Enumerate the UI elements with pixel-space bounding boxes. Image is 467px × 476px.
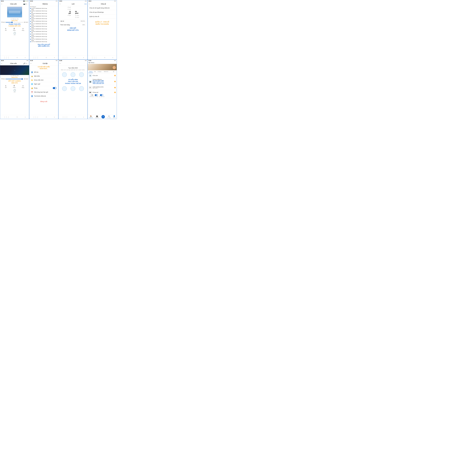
stop-button-5[interactable]: ⏸ Dừng	[13, 85, 15, 88]
close-icon-5: ∨	[22, 85, 24, 87]
settings-pattern-left: ✋ Khóa mẫu hình	[31, 79, 43, 81]
nav-menu-icon-5[interactable]: ⋮⋮⋮	[4, 116, 10, 118]
nav-menu-icon-1[interactable]: ⋮⋮⋮	[4, 56, 10, 59]
log-dot-13	[30, 39, 31, 40]
share-item-2[interactable]: Chia sẻ qua WhatsApp	[88, 10, 117, 14]
nav-menu-icon-6[interactable]: ⋮⋮⋮	[33, 116, 39, 118]
nav-home-icon-4[interactable]: ○	[104, 56, 105, 59]
settings-language[interactable]: 🌐 Ngôn ngữ ›	[29, 82, 58, 86]
screen-5-camera: 18:19 26% ← Cửa cuốn 🎤 ℹ ··· 📹 Vị trí hi…	[0, 59, 29, 119]
nav-back-icon-1[interactable]: ‹	[25, 56, 26, 59]
back-button-4[interactable]: ←	[89, 3, 90, 5]
camera-device-info: Camera eWeLink KẾT HỢP ĐIỀU KHIỂNNHIỀU T…	[92, 79, 114, 84]
vibrate-toggle-6[interactable]	[53, 87, 57, 89]
info-icon-1[interactable]: ℹ	[26, 3, 26, 5]
more-icon-1[interactable]: ···	[27, 3, 28, 5]
share-item-3[interactable]: Quản lý chia sẻ	[88, 14, 117, 19]
schedule-section-5[interactable]: 🕐 Lịch	[0, 89, 29, 93]
tab-livingroom[interactable]: Livingro...	[97, 70, 103, 73]
pattern-dot-3[interactable]	[79, 72, 84, 77]
close-icon-1: ∨	[22, 28, 24, 30]
add-icon-8[interactable]: +	[102, 115, 105, 119]
nav-messages-8[interactable]: ✉ Tin nhắn	[107, 115, 111, 118]
pattern-dot-4[interactable]	[62, 86, 67, 91]
open-button-1[interactable]: ∧ Mở	[5, 28, 6, 31]
lap-lai-row[interactable]: Lặp lại Một lần ›	[58, 20, 88, 23]
schedule-section-1[interactable]: 🕐 Lịch	[0, 32, 29, 35]
bottom-nav-6: ⋮⋮⋮ ○ ‹	[29, 115, 58, 119]
pattern-dot-5[interactable]	[71, 86, 75, 91]
tab-bedroom[interactable]: Bedroom	[103, 70, 109, 73]
person-icon-6: 👤	[31, 71, 33, 73]
hour-20: 20 giờ	[67, 7, 71, 8]
settings-account[interactable]: 👤 Tài khoản eWeLink ›	[29, 94, 58, 98]
tab-test[interactable]: Test	[93, 70, 97, 73]
close-button-1[interactable]: ∨ Đóng	[22, 28, 24, 31]
grid-icon-8[interactable]: ⊞	[113, 71, 114, 72]
nav-back-icon-4[interactable]: ‹	[112, 56, 113, 59]
pattern-dot-1[interactable]	[62, 72, 67, 77]
time-5: 18:19	[1, 60, 4, 61]
log-dot-2	[30, 11, 31, 11]
nav-home-icon-6[interactable]: ○	[46, 116, 47, 118]
camera-icon-1[interactable]: 📷	[23, 3, 25, 5]
status-icons-6: 93%	[56, 60, 57, 61]
back-button-6[interactable]: ←	[30, 63, 32, 64]
settings-password[interactable]: 🔒 Mật khẩu ›	[29, 74, 58, 78]
open-button-5[interactable]: ∧ Mở	[5, 85, 6, 88]
nav-home-icon-2[interactable]: ○	[46, 56, 47, 59]
back-button-2[interactable]: ←	[30, 3, 32, 5]
log-time-14: 21:57:16 +840983032467 đã kích hoạt	[31, 41, 47, 42]
nav-home-8[interactable]: 🏠 Trang chủ	[89, 115, 93, 118]
them-hanh-dong-row[interactable]: Thêm hành động 36% ›	[58, 24, 88, 26]
messages-icon-8: ✉	[108, 115, 110, 117]
den-phong-toggle[interactable]	[90, 94, 93, 96]
info-icon-5[interactable]: ℹ	[26, 63, 26, 64]
nav-home-icon-7[interactable]: ○	[75, 116, 76, 118]
device-card-cuacuon: 🗂 Cửa cuốn 📶	[88, 73, 117, 78]
nav-back-icon-6[interactable]: ‹	[54, 116, 55, 118]
nav-home-icon-3[interactable]: ○	[75, 56, 76, 59]
tab-all[interactable]: Tất cả	[89, 70, 93, 73]
clock-icon-5: 🕐	[13, 89, 16, 92]
sac-toggle[interactable]	[100, 94, 103, 96]
slider-1[interactable]	[6, 22, 24, 23]
settings-rename[interactable]: 👤 Đổi tên ›	[29, 70, 58, 74]
pattern-dot-2[interactable]	[71, 72, 75, 77]
nav-scene-8[interactable]: 🎬 Ngữ cảnh	[95, 115, 99, 118]
settings-vibrate[interactable]: 🔔 Rung	[29, 86, 58, 90]
nav-profile-8[interactable]: 👤 Hồ sơ	[113, 115, 115, 118]
back-button-3[interactable]: ←	[59, 3, 61, 5]
close-button-5[interactable]: ∨ Đóng	[22, 85, 24, 88]
more-dots-8[interactable]: ···	[115, 71, 116, 72]
settings-batch-timer[interactable]: ⏰ Sửa hàng loạt Hẹn giờ ›	[29, 90, 58, 94]
more-icon-5[interactable]: ···	[27, 63, 28, 64]
nav-home-icon-5[interactable]: ○	[17, 116, 18, 118]
stop-button-1[interactable]: ⏸ Dừng	[13, 28, 15, 31]
settings-pattern[interactable]: ✋ Khóa mẫu hình ›	[29, 78, 58, 82]
nav-home-icon-1[interactable]: ○	[17, 56, 18, 59]
den-ngu-toggle[interactable]	[95, 94, 98, 96]
logout-button-6[interactable]: Đăng xuất	[29, 99, 58, 104]
content-1: Vị trí hiện tại: 36% Đang xử lý TẮT tất …	[0, 6, 29, 55]
time-picker-3[interactable]: 20 giờ 21 giờ 22 giờ 00 phút 23 giờ 01 p…	[58, 6, 88, 19]
back-button-1[interactable]: ←	[1, 3, 3, 5]
nav-back-icon-2[interactable]: ‹	[54, 56, 55, 59]
back-button-5[interactable]: ←	[1, 63, 3, 64]
pattern-dot-6[interactable]	[79, 86, 84, 91]
nav-add-8[interactable]: +	[102, 115, 105, 119]
back-button-7[interactable]: ←	[59, 63, 61, 64]
nav-menu-icon-2[interactable]: ⋮⋮⋮	[33, 56, 39, 59]
nav-back-icon-5[interactable]: ‹	[25, 116, 26, 118]
nav-menu-icon-4[interactable]: ⋮⋮⋮	[91, 56, 97, 59]
mic-icon-5[interactable]: 🎤	[23, 63, 25, 64]
save-button-3[interactable]: Lưu	[84, 3, 87, 5]
nav-back-icon-7[interactable]: ‹	[83, 116, 84, 118]
nav-menu-icon-3[interactable]: ⋮⋮⋮	[62, 56, 68, 59]
den-ngu-knob	[96, 95, 98, 96]
time-row-22: 22 giờ 00 phút	[58, 10, 88, 14]
slider-5[interactable]	[6, 79, 24, 79]
nav-back-icon-3[interactable]: ‹	[83, 56, 84, 59]
nav-menu-icon-7[interactable]: ⋮⋮⋮	[62, 116, 68, 118]
share-item-1[interactable]: Chia sẻ với người dùng eWeLink	[88, 6, 117, 10]
